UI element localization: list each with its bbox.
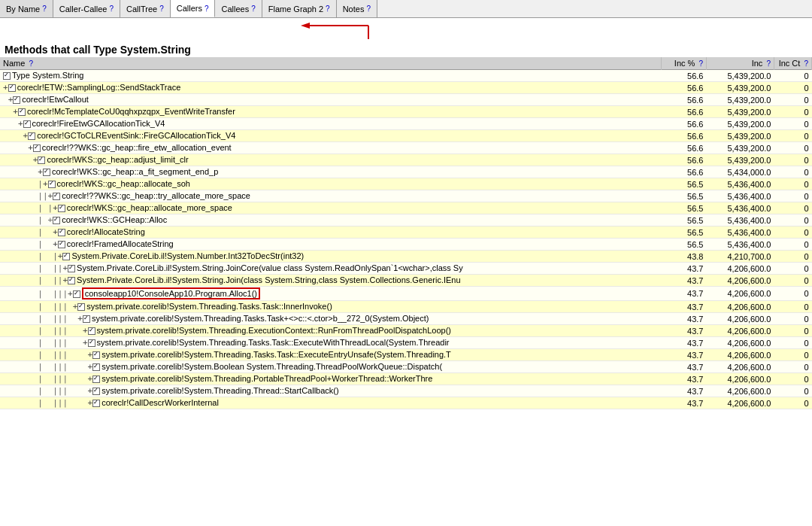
row-name-cell[interactable]: | +coreclr!FramedAllocateString <box>0 239 662 251</box>
tab-flame-graph-2[interactable]: Flame Graph 2 ? <box>262 0 337 17</box>
row-inc-pct: 43.7 <box>662 263 707 275</box>
arrow-annotation <box>0 18 812 41</box>
row-checkbox[interactable] <box>18 108 26 116</box>
row-name-cell[interactable]: | +coreclr!WKS::GCHeap::Alloc <box>0 214 662 227</box>
row-checkbox[interactable] <box>43 169 50 176</box>
row-checkbox[interactable] <box>88 327 95 335</box>
row-inc-pct: 43.8 <box>662 251 707 263</box>
tab-caller-callee[interactable]: Caller-Callee ? <box>53 0 120 17</box>
tab-calltree-help[interactable]: ? <box>159 5 164 13</box>
row-name-cell[interactable]: |+coreclr!WKS::gc_heap::allocate_soh <box>0 178 662 190</box>
row-name-cell[interactable]: +coreclr!??WKS::gc_heap::fire_etw_alloca… <box>0 142 662 154</box>
row-checkbox[interactable] <box>92 351 100 359</box>
row-checkbox[interactable] <box>8 84 16 92</box>
row-name-cell[interactable]: +coreclr!EtwCallout <box>0 94 662 106</box>
row-checkbox[interactable] <box>58 229 65 236</box>
row-name-cell[interactable]: +coreclr!GCToCLREventSink::FireGCAllocat… <box>0 130 662 142</box>
row-checkbox[interactable] <box>68 277 75 284</box>
row-checkbox[interactable] <box>28 132 35 140</box>
row-checkbox[interactable] <box>33 144 41 152</box>
tab-caller-callee-help[interactable]: ? <box>109 5 114 13</box>
row-checkbox[interactable] <box>13 96 20 104</box>
row-name-text: System.Private.CoreLib.il!System.String.… <box>77 275 460 284</box>
tab-notes-help[interactable]: ? <box>366 5 371 13</box>
row-name-cell[interactable]: | ||| +system.private.corelib!System.Thr… <box>0 385 662 397</box>
row-checkbox[interactable] <box>92 388 100 395</box>
row-name-cell[interactable]: | ||| +coreclr!CallDescrWorkerInternal <box>0 397 662 409</box>
methods-table-wrapper: Name ? Inc % ? Inc ? Inc Ct ? Type Syste… <box>0 57 812 524</box>
row-checkbox[interactable] <box>23 120 31 128</box>
row-name-text: System.Private.CoreLib.il!System.String.… <box>77 263 463 272</box>
col-inc-help[interactable]: ? <box>766 59 771 68</box>
row-checkbox[interactable] <box>92 400 100 407</box>
row-inc: 4,206,600.0 <box>707 397 774 409</box>
row-checkbox[interactable] <box>58 205 65 212</box>
col-header-name[interactable]: Name ? <box>0 57 662 70</box>
col-header-inc[interactable]: Inc ? <box>707 57 774 70</box>
row-inc-ct: 0 <box>774 275 812 287</box>
col-inc-pct-help[interactable]: ? <box>698 59 703 68</box>
row-inc: 4,206,600.0 <box>707 361 774 373</box>
row-name-cell[interactable]: | |||+consoleapp10!ConsoleApp10.Program.… <box>0 287 662 301</box>
tab-notes[interactable]: Notes ? <box>337 0 377 17</box>
row-checkbox[interactable] <box>53 217 60 224</box>
row-inc: 5,439,200.0 <box>707 106 774 118</box>
row-inc: 4,206,600.0 <box>707 325 774 337</box>
tab-callees-help[interactable]: ? <box>251 5 256 13</box>
row-checkbox[interactable] <box>92 375 100 383</box>
table-row: | ||| +system.private.corelib!System.Thr… <box>0 349 812 361</box>
row-inc: 4,206,600.0 <box>707 275 774 287</box>
row-checkbox[interactable] <box>58 241 65 248</box>
row-inc-ct: 0 <box>774 301 812 313</box>
row-checkbox[interactable] <box>88 339 95 347</box>
tab-callees[interactable]: Callees ? <box>215 0 262 17</box>
row-inc-pct: 56.6 <box>662 154 707 166</box>
col-header-inc-pct[interactable]: Inc % ? <box>662 57 707 70</box>
row-name-cell[interactable]: | ||| +system.private.corelib!System.Thr… <box>0 313 662 325</box>
col-inc-ct-help[interactable]: ? <box>804 59 808 68</box>
row-checkbox[interactable] <box>92 363 100 371</box>
row-name-cell[interactable]: ||+coreclr!??WKS::gc_heap::try_allocate_… <box>0 190 662 202</box>
row-checkbox[interactable] <box>3 72 11 80</box>
row-name-cell[interactable]: | +coreclr!AllocateString <box>0 227 662 239</box>
row-checkbox[interactable] <box>62 253 70 260</box>
row-name-cell[interactable]: | ||+System.Private.CoreLib.il!System.St… <box>0 263 662 275</box>
row-inc-pct: 56.6 <box>662 94 707 106</box>
row-name-cell[interactable]: | ||| +system.private.corelib!System.Thr… <box>0 337 662 349</box>
row-name-cell[interactable]: | ||| +system.private.corelib!System.Thr… <box>0 301 662 313</box>
row-name-text: coreclr!McTemplateCoU0qqhxpzqpx_EventWri… <box>27 107 235 116</box>
tab-by-name-help[interactable]: ? <box>42 5 47 13</box>
tab-calltree[interactable]: CallTree ? <box>120 0 171 17</box>
tab-callers-help[interactable]: ? <box>205 5 209 13</box>
row-checkbox[interactable] <box>48 181 56 188</box>
col-name-help[interactable]: ? <box>29 59 33 68</box>
row-checkbox[interactable] <box>68 265 75 272</box>
row-inc-ct: 0 <box>774 106 812 118</box>
row-name-cell[interactable]: | |+coreclr!WKS::gc_heap::allocate_more_… <box>0 202 662 214</box>
tab-by-name-label: By Name <box>6 5 40 14</box>
row-name-cell[interactable]: | ||| +system.private.corelib!System.Thr… <box>0 373 662 385</box>
row-name-cell[interactable]: | ||+System.Private.CoreLib.il!System.St… <box>0 275 662 287</box>
row-name-cell[interactable]: | ||| +system.private.corelib!System.Boo… <box>0 361 662 373</box>
row-checkbox[interactable] <box>83 315 90 323</box>
row-name-cell[interactable]: | |+System.Private.CoreLib.il!System.Num… <box>0 251 662 263</box>
row-name-cell[interactable]: +coreclr!ETW::SamplingLog::SendStackTrac… <box>0 82 662 94</box>
row-name-cell[interactable]: +coreclr!WKS::gc_heap::adjust_limit_clr <box>0 154 662 166</box>
row-name-cell[interactable]: Type System.String <box>0 70 662 82</box>
row-inc: 4,210,700.0 <box>707 251 774 263</box>
tab-callers[interactable]: Callers ? <box>171 0 216 17</box>
col-header-inc-ct[interactable]: Inc Ct ? <box>774 57 812 70</box>
row-checkbox[interactable] <box>77 303 85 311</box>
row-name-cell[interactable]: +coreclr!McTemplateCoU0qqhxpzqpx_EventWr… <box>0 106 662 118</box>
tab-by-name[interactable]: By Name ? <box>0 0 53 17</box>
row-checkbox[interactable] <box>73 290 80 298</box>
row-name-text: system.private.corelib!System.Threading.… <box>92 314 429 323</box>
row-checkbox[interactable] <box>38 157 45 164</box>
row-name-cell[interactable]: | ||| +system.private.corelib!System.Thr… <box>0 349 662 361</box>
row-inc: 5,436,400.0 <box>707 214 774 227</box>
row-name-cell[interactable]: | ||| +system.private.corelib!System.Thr… <box>0 325 662 337</box>
row-name-cell[interactable]: +coreclr!WKS::gc_heap::a_fit_segment_end… <box>0 166 662 178</box>
row-checkbox[interactable] <box>53 193 60 200</box>
row-name-cell[interactable]: +coreclr!FireEtwGCAllocationTick_V4 <box>0 118 662 130</box>
tab-flame-graph-2-help[interactable]: ? <box>326 5 330 13</box>
